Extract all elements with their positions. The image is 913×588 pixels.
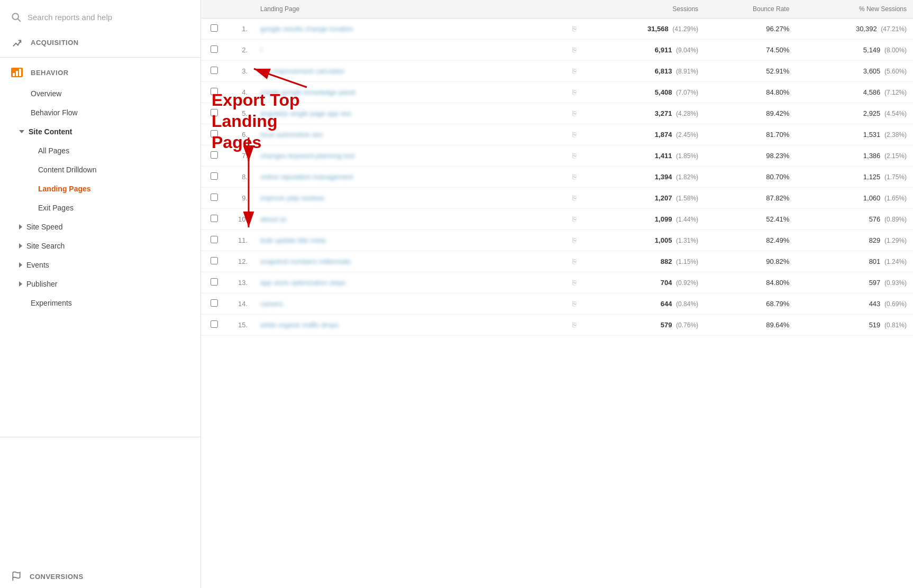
behavior-icon (11, 66, 23, 79)
row-checkbox-input[interactable] (211, 45, 218, 53)
sidebar-item-behavior-flow[interactable]: Behavior Flow (0, 103, 200, 122)
row-new-sessions: 5,149 (8.00%) (796, 40, 913, 61)
row-checkbox-input[interactable] (211, 278, 218, 286)
row-bounce: 80.70% (705, 167, 796, 188)
sidebar-section-conversions[interactable]: CONVERSIONS (0, 565, 200, 588)
row-checkbox-input[interactable] (211, 172, 218, 180)
row-url[interactable]: google results change location (254, 19, 566, 40)
sidebar-item-overview[interactable]: Overview (0, 84, 200, 103)
new-sessions-percent: (0.69%) (884, 300, 907, 308)
row-checkbox-cell[interactable] (201, 40, 227, 61)
sessions-value: 6,813 (655, 67, 672, 75)
row-sessions: 1,394 (1.82%) (587, 167, 705, 188)
row-url[interactable]: snapshot numbers millennials (254, 251, 566, 272)
row-checkbox-input[interactable] (211, 299, 218, 307)
row-checkbox-cell[interactable] (201, 19, 227, 40)
sessions-value: 1,874 (655, 131, 672, 139)
row-checkbox-cell[interactable] (201, 209, 227, 230)
row-checkbox-cell[interactable] (201, 251, 227, 272)
row-url[interactable]: improve yelp reviews (254, 188, 566, 209)
row-checkbox-cell[interactable] (201, 61, 227, 82)
sessions-percent: (0.92%) (676, 279, 698, 287)
sidebar-item-site-speed[interactable]: Site Speed (0, 217, 200, 236)
row-checkbox-input[interactable] (211, 67, 218, 74)
row-checkbox-cell[interactable] (201, 230, 227, 251)
row-checkbox-input[interactable] (211, 24, 218, 32)
row-checkbox-cell[interactable] (201, 188, 227, 209)
sidebar-item-site-search[interactable]: Site Search (0, 236, 200, 255)
row-checkbox-input[interactable] (211, 130, 218, 137)
row-url[interactable]: / (254, 40, 566, 61)
copy-icon[interactable]: ⎘ (566, 19, 587, 40)
row-checkbox-input[interactable] (211, 320, 218, 328)
row-checkbox-input[interactable] (211, 109, 218, 116)
site-content-label: Site Content (29, 127, 72, 136)
sidebar-sub-all-pages[interactable]: All Pages (0, 141, 200, 160)
row-checkbox-cell[interactable] (201, 103, 227, 124)
sessions-percent: (0.76%) (676, 321, 698, 329)
sessions-percent: (41.29%) (672, 25, 698, 33)
row-url[interactable]: app store optimization steps (254, 272, 566, 293)
copy-icon[interactable]: ⎘ (566, 230, 587, 251)
sidebar-item-events[interactable]: Events (0, 255, 200, 274)
row-url[interactable]: angularjs single page app seo (254, 103, 566, 124)
row-checkbox-input[interactable] (211, 257, 218, 264)
row-url[interactable]: careers (254, 293, 566, 315)
copy-icon[interactable]: ⎘ (566, 315, 587, 336)
copy-icon[interactable]: ⎘ (566, 40, 587, 61)
copy-icon[interactable]: ⎘ (566, 82, 587, 103)
sidebar-item-experiments[interactable]: Experiments (0, 293, 200, 313)
row-new-sessions: 1,386 (2.15%) (796, 145, 913, 167)
copy-icon[interactable]: ⎘ (566, 124, 587, 145)
row-checkbox-input[interactable] (211, 194, 218, 201)
row-checkbox-cell[interactable] (201, 82, 227, 103)
row-bounce: 98.23% (705, 145, 796, 167)
row-bounce: 90.82% (705, 251, 796, 272)
copy-icon[interactable]: ⎘ (566, 103, 587, 124)
row-bounce: 52.91% (705, 61, 796, 82)
row-checkbox-cell[interactable] (201, 167, 227, 188)
sidebar-item-publisher[interactable]: Publisher (0, 274, 200, 293)
row-url[interactable]: white organic traffic drops (254, 315, 566, 336)
sidebar-item-site-content[interactable]: Site Content (0, 122, 200, 141)
row-checkbox-cell[interactable] (201, 124, 227, 145)
row-url[interactable]: changes keyword planning tool (254, 145, 566, 167)
sessions-value: 579 (661, 321, 672, 329)
col-landing-page: Landing Page (254, 0, 566, 19)
copy-icon[interactable]: ⎘ (566, 272, 587, 293)
copy-icon[interactable]: ⎘ (566, 145, 587, 167)
row-url[interactable]: pdp improvement calculator (254, 61, 566, 82)
row-checkbox-cell[interactable] (201, 315, 227, 336)
sidebar-search-bar[interactable]: Search reports and help (0, 5, 200, 31)
row-url[interactable]: online reputation management (254, 167, 566, 188)
acquisition-label: ACQUISITION (31, 39, 79, 47)
row-checkbox-input[interactable] (211, 151, 218, 159)
row-checkbox-input[interactable] (211, 215, 218, 222)
row-checkbox-input[interactable] (211, 236, 218, 243)
copy-icon[interactable]: ⎘ (566, 188, 587, 209)
row-checkbox-cell[interactable] (201, 145, 227, 167)
row-checkbox-cell[interactable] (201, 272, 227, 293)
sidebar-sub-landing-pages[interactable]: Landing Pages (0, 179, 200, 198)
row-bounce: 84.80% (705, 82, 796, 103)
row-url[interactable]: about us (254, 209, 566, 230)
row-url[interactable]: bulk update title meta (254, 230, 566, 251)
new-sessions-value: 597 (869, 279, 881, 287)
copy-icon[interactable]: ⎘ (566, 251, 587, 272)
sidebar-sub-content-drilldown[interactable]: Content Drilldown (0, 160, 200, 179)
copy-icon[interactable]: ⎘ (566, 61, 587, 82)
sidebar-section-acquisition[interactable]: ACQUISITION (0, 31, 200, 54)
copy-icon[interactable]: ⎘ (566, 167, 587, 188)
row-url[interactable]: create google knowledge panel (254, 82, 566, 103)
row-url[interactable]: local automotive seo (254, 124, 566, 145)
copy-icon[interactable]: ⎘ (566, 293, 587, 315)
landing-pages-table: Landing Page Sessions Bounce Rate % New … (201, 0, 913, 336)
sidebar-sub-exit-pages[interactable]: Exit Pages (0, 198, 200, 217)
row-new-sessions: 1,060 (1.65%) (796, 188, 913, 209)
row-checkbox-input[interactable] (211, 88, 218, 95)
sessions-value: 6,911 (655, 46, 672, 54)
sidebar-section-behavior[interactable]: BEHAVIOR (0, 61, 200, 84)
copy-icon[interactable]: ⎘ (566, 209, 587, 230)
row-checkbox-cell[interactable] (201, 293, 227, 315)
row-number: 13. (227, 272, 254, 293)
